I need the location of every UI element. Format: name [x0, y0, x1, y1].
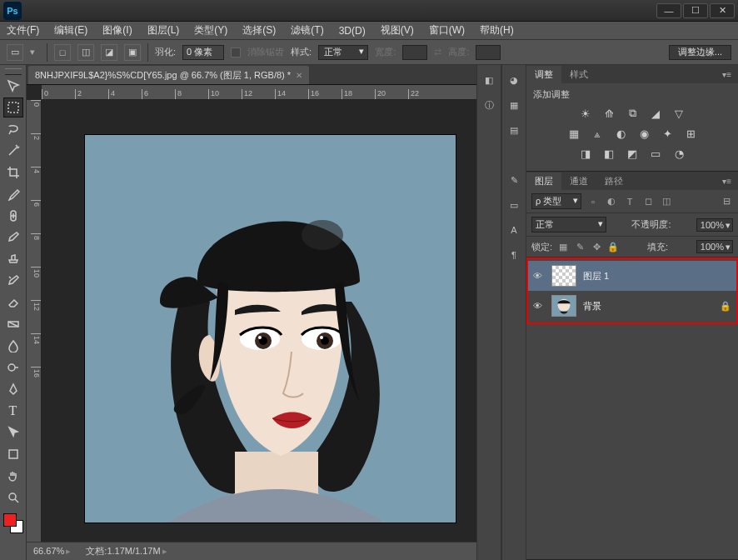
- swatches-panel-icon[interactable]: ▦: [506, 97, 522, 113]
- brightness-icon[interactable]: ☀: [578, 106, 593, 121]
- clone-stamp-tool[interactable]: [3, 249, 23, 269]
- doc-size[interactable]: 文档:1.17M/1.17M▸: [86, 545, 167, 558]
- hue-icon[interactable]: ▦: [566, 126, 581, 141]
- new-selection-icon[interactable]: □: [54, 44, 71, 61]
- tool-preset-icon[interactable]: ▭: [7, 44, 23, 61]
- lasso-tool[interactable]: [3, 119, 23, 139]
- tool-preset-dropdown[interactable]: ▾: [30, 47, 40, 58]
- zoom-tool[interactable]: [3, 488, 23, 508]
- filter-adjust-icon[interactable]: ◐: [605, 195, 618, 208]
- blur-tool[interactable]: [3, 336, 23, 356]
- curves-icon[interactable]: ⧉: [625, 106, 640, 121]
- close-button[interactable]: ✕: [710, 3, 735, 18]
- blend-mode-select[interactable]: 正常: [531, 217, 606, 232]
- info-panel-icon[interactable]: ⓘ: [481, 97, 497, 113]
- visibility-icon[interactable]: 👁: [533, 301, 545, 311]
- menu-help[interactable]: 帮助(H): [476, 22, 517, 39]
- history-brush-tool[interactable]: [3, 271, 23, 291]
- antialias-checkbox[interactable]: [231, 48, 241, 58]
- tab-paths[interactable]: 路径: [596, 172, 631, 190]
- ruler-vertical[interactable]: 0246810121416: [27, 100, 42, 542]
- opacity-value[interactable]: 100%: [696, 218, 733, 232]
- layer-thumbnail[interactable]: [551, 265, 576, 287]
- type-tool[interactable]: T: [3, 401, 23, 421]
- brush-tool[interactable]: [3, 228, 23, 248]
- colorbalance-icon[interactable]: ⟁: [590, 126, 605, 141]
- menu-file[interactable]: 文件(F): [3, 22, 42, 39]
- crop-tool[interactable]: [3, 162, 23, 182]
- layer-name[interactable]: 背景: [583, 300, 601, 312]
- eyedropper-tool[interactable]: [3, 184, 23, 204]
- subtract-selection-icon[interactable]: ◪: [101, 44, 117, 61]
- menu-view[interactable]: 视图(V): [377, 22, 417, 39]
- menu-edit[interactable]: 编辑(E): [51, 22, 91, 39]
- posterize-icon[interactable]: ◧: [601, 146, 616, 161]
- invert-icon[interactable]: ◨: [578, 146, 593, 161]
- magic-wand-tool[interactable]: [3, 141, 23, 161]
- close-tab-icon[interactable]: ✕: [296, 71, 302, 80]
- shape-tool[interactable]: [3, 444, 23, 464]
- filter-toggle-icon[interactable]: ⊟: [720, 195, 733, 208]
- filter-smart-icon[interactable]: ◫: [660, 195, 673, 208]
- dodge-tool[interactable]: [3, 358, 23, 378]
- libraries-panel-icon[interactable]: ▤: [506, 122, 522, 138]
- exposure-icon[interactable]: ◢: [648, 106, 663, 121]
- lock-all-icon[interactable]: 🔒: [607, 241, 619, 252]
- panel-menu-icon[interactable]: ▾≡: [716, 70, 738, 79]
- menu-window[interactable]: 窗口(W): [426, 22, 468, 39]
- layers-menu-icon[interactable]: ▾≡: [716, 177, 738, 186]
- tab-styles[interactable]: 样式: [561, 66, 596, 83]
- bw-icon[interactable]: ◐: [613, 126, 628, 141]
- paragraph-panel-icon[interactable]: ¶: [506, 247, 522, 263]
- path-selection-tool[interactable]: [3, 422, 23, 442]
- menu-image[interactable]: 图像(I): [99, 22, 135, 39]
- lock-pixels-icon[interactable]: ✎: [574, 241, 586, 252]
- ruler-horizontal[interactable]: 0246810121416182022: [42, 85, 476, 100]
- filter-shape-icon[interactable]: ◻: [641, 195, 655, 208]
- layer-thumbnail[interactable]: [551, 295, 576, 317]
- menu-select[interactable]: 选择(S): [239, 22, 279, 39]
- color-swatch[interactable]: [3, 513, 23, 533]
- layer-name[interactable]: 图层 1: [583, 270, 609, 282]
- menu-layer[interactable]: 图层(L): [144, 22, 183, 39]
- filter-type-icon[interactable]: T: [623, 195, 636, 208]
- document-tab[interactable]: 8NHJPXIF9L$A2}%S%CD[Y65.jpg @ 66.7% (图层 …: [28, 66, 309, 84]
- pen-tool[interactable]: [3, 379, 23, 399]
- layer-row[interactable]: 👁 背景 🔒: [528, 291, 736, 321]
- channelmixer-icon[interactable]: ✦: [660, 126, 675, 141]
- maximize-button[interactable]: ☐: [683, 3, 708, 18]
- zoom-level[interactable]: 66.67%▸: [33, 546, 71, 557]
- lock-position-icon[interactable]: ✥: [591, 241, 602, 252]
- eraser-tool[interactable]: [3, 292, 23, 312]
- selectivecolor-icon[interactable]: ◔: [671, 146, 686, 161]
- style-select[interactable]: 正常: [318, 45, 368, 60]
- tab-channels[interactable]: 通道: [561, 172, 596, 190]
- intersect-selection-icon[interactable]: ▣: [124, 44, 141, 61]
- brush-panel-icon[interactable]: ✎: [506, 172, 522, 188]
- visibility-icon[interactable]: 👁: [533, 271, 545, 281]
- canvas[interactable]: [85, 135, 456, 522]
- lock-transparency-icon[interactable]: ▦: [557, 241, 569, 252]
- layer-filter-select[interactable]: ρ 类型: [531, 193, 581, 209]
- add-selection-icon[interactable]: ◫: [77, 44, 94, 61]
- filter-pixel-icon[interactable]: ▫: [586, 195, 600, 208]
- refine-edge-button[interactable]: 调整边缘...: [669, 45, 731, 60]
- levels-icon[interactable]: ⟰: [601, 106, 616, 121]
- gradient-tool[interactable]: [3, 314, 23, 334]
- fill-value[interactable]: 100%: [696, 240, 733, 253]
- healing-brush-tool[interactable]: [3, 206, 23, 226]
- tool-grip[interactable]: [5, 68, 22, 75]
- hand-tool[interactable]: [3, 466, 23, 486]
- colorlookup-icon[interactable]: ⊞: [683, 126, 698, 141]
- marquee-tool[interactable]: [3, 98, 23, 118]
- menu-type[interactable]: 类型(Y): [191, 22, 231, 39]
- brush-preset-icon[interactable]: ▭: [506, 197, 522, 213]
- tab-layers[interactable]: 图层: [526, 172, 561, 190]
- layer-row[interactable]: 👁 图层 1: [528, 261, 736, 291]
- vibrance-icon[interactable]: ▽: [671, 106, 686, 121]
- character-panel-icon[interactable]: A: [506, 222, 522, 238]
- color-panel-icon[interactable]: ◕: [506, 72, 522, 88]
- gradientmap-icon[interactable]: ▭: [648, 146, 663, 161]
- minimize-button[interactable]: —: [656, 3, 681, 18]
- feather-input[interactable]: [182, 45, 224, 60]
